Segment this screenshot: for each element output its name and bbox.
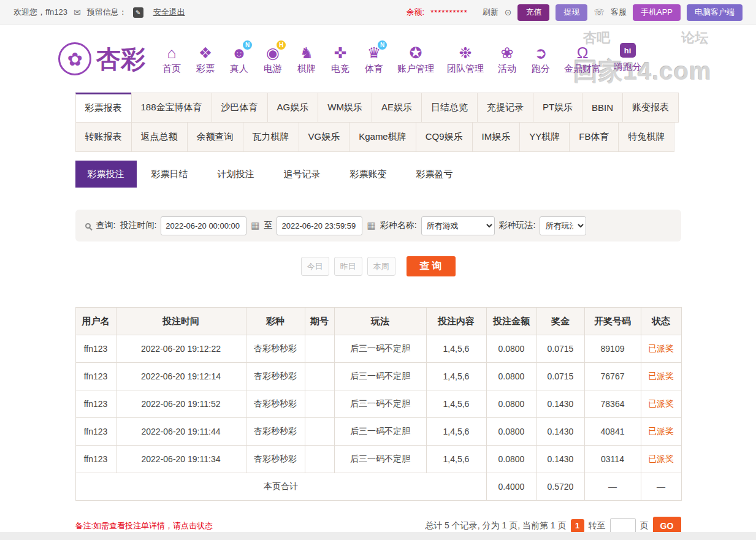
- table-row: ffn123 2022-06-20 19:12:14 杏彩秒秒彩 后三一码不定胆…: [75, 363, 681, 390]
- nav-item-account[interactable]: ✪ 账户管理: [397, 43, 434, 75]
- nav-item-boardgames[interactable]: ♞ 棋牌: [296, 43, 317, 75]
- nav-label: 跑分: [532, 63, 550, 75]
- cell-bet-time: 2022-06-20 19:12:14: [116, 363, 246, 390]
- status-link[interactable]: 已派奖: [641, 335, 681, 363]
- tab-account-change-report[interactable]: 账变报表: [622, 93, 679, 123]
- cell-bet-amount: 0.0800: [486, 363, 536, 390]
- cell-play: 后三一码不定胆: [334, 390, 426, 418]
- team-icon: ❉: [459, 43, 472, 63]
- nav-item-lottery[interactable]: ❖ 彩票: [195, 43, 216, 75]
- subtab-chase-records[interactable]: 追号记录: [269, 161, 335, 188]
- service-link[interactable]: 客服: [611, 7, 627, 18]
- activity-icon: ❀: [501, 43, 514, 63]
- cell-bet-amount: 0.0800: [486, 418, 536, 446]
- filter-bar: 查询: 投注时间: ▦ 至 ▦ 彩种名称: 所有游戏 彩种玩法: 所有玩法: [75, 210, 681, 241]
- page-total-label: 本页合计: [75, 473, 486, 501]
- status-link[interactable]: 已派奖: [641, 363, 681, 390]
- eye-icon[interactable]: ⊙: [505, 7, 512, 17]
- status-link[interactable]: 已派奖: [641, 418, 681, 446]
- tab-ae[interactable]: AE娱乐: [372, 93, 422, 123]
- nav-item-team[interactable]: ❉ 团队管理: [447, 43, 484, 75]
- tab-lottery-report[interactable]: 彩票报表: [75, 93, 132, 123]
- brand-logo[interactable]: ✿ 杏彩: [58, 42, 145, 76]
- lottery-name-select[interactable]: 所有游戏: [421, 216, 495, 235]
- tab-cq9[interactable]: CQ9娱乐: [416, 122, 473, 152]
- nav-item-live[interactable]: N ☻ 真人: [229, 43, 250, 75]
- nav-label: 账户管理: [397, 63, 434, 75]
- search-button[interactable]: 查 询: [407, 256, 456, 276]
- tab-wali[interactable]: 瓦力棋牌: [243, 122, 299, 152]
- new-badge: N: [243, 40, 252, 50]
- refresh-link[interactable]: 刷新: [483, 7, 498, 18]
- tab-rebate-total[interactable]: 返点总额: [131, 122, 188, 152]
- bet-time-from-input[interactable]: [161, 216, 246, 235]
- pc-client-button[interactable]: 电脑客户端: [687, 4, 743, 21]
- tab-wm[interactable]: WM娱乐: [318, 93, 372, 123]
- cell-play: 后三一码不定胆: [334, 335, 426, 363]
- nav-label: 电游: [264, 63, 282, 75]
- page-number-current[interactable]: 1: [571, 519, 584, 533]
- play-type-select[interactable]: 所有玩法: [540, 216, 586, 235]
- page-total-prize: 0.5720: [536, 473, 584, 501]
- tab-ag[interactable]: AG娱乐: [267, 93, 319, 123]
- nav-item-esports[interactable]: ✜ 电竞: [330, 43, 351, 75]
- cell-lottery: 杏彩秒秒彩: [246, 335, 305, 363]
- tab-balance-query[interactable]: 余额查询: [187, 122, 243, 152]
- tab-yy[interactable]: YY棋牌: [519, 122, 570, 152]
- cell-bet-content: 1,4,5,6: [426, 335, 486, 363]
- tab-tetu[interactable]: 特兔棋牌: [618, 122, 674, 152]
- withdraw-button[interactable]: 提现: [556, 4, 587, 21]
- goto-page-input[interactable]: [610, 518, 636, 534]
- nav-item-egames[interactable]: H ◉ 电游: [262, 43, 283, 75]
- nav-item-home[interactable]: ⌂ 首页: [161, 43, 182, 75]
- cell-prize: 0.0715: [536, 335, 584, 363]
- bet-time-label: 投注时间:: [120, 220, 156, 231]
- nav-item-activity[interactable]: ❀ 活动: [497, 43, 517, 75]
- tab-transfer-report[interactable]: 转账报表: [75, 122, 132, 152]
- today-button[interactable]: 今日: [301, 257, 329, 276]
- cell-bet-time: 2022-06-20 19:12:22: [116, 335, 246, 363]
- recharge-button[interactable]: 充值: [517, 4, 549, 21]
- tab-shaba-sports[interactable]: 沙巴体育: [212, 93, 268, 123]
- yesterday-button[interactable]: 昨日: [334, 257, 362, 276]
- cell-username: ffn123: [75, 335, 116, 363]
- envelope-icon[interactable]: ✉: [74, 7, 81, 17]
- subtab-plan-bets[interactable]: 计划投注: [203, 161, 269, 188]
- subtab-lottery-daily[interactable]: 彩票日结: [137, 161, 203, 188]
- subtab-lottery-bets[interactable]: 彩票投注: [75, 161, 137, 188]
- nav-item-hipaofen[interactable]: hi 嗨跑分: [614, 43, 641, 75]
- tab-deposit-records[interactable]: 充提记录: [477, 93, 533, 123]
- tab-bbin[interactable]: BBIN: [582, 93, 623, 123]
- nav-items: ⌂ 首页 ❖ 彩票 N ☻ 真人 H ◉ 电游 ♞ 棋牌 ✜ 电竞 N ♛ 体育: [161, 43, 641, 75]
- tab-im[interactable]: IM娱乐: [472, 122, 521, 152]
- status-link[interactable]: 已派奖: [641, 390, 681, 418]
- tab-fb-sports[interactable]: FB体育: [569, 122, 619, 152]
- cell-lottery: 杏彩秒秒彩: [246, 418, 305, 446]
- lottery-ticket-icon: ❖: [199, 43, 212, 63]
- nav-item-wealth[interactable]: Ω 金鼎财富: [564, 43, 601, 75]
- tab-daily-summary[interactable]: 日结总览: [421, 93, 478, 123]
- goto-label: 转至: [589, 520, 606, 531]
- subtab-lottery-profit[interactable]: 彩票盈亏: [402, 161, 468, 188]
- subtab-lottery-account-change[interactable]: 彩票账变: [335, 161, 402, 188]
- tab-188-sports[interactable]: 188金宝博体育: [131, 93, 212, 123]
- calendar-icon[interactable]: ▦: [251, 220, 259, 231]
- tab-kgame[interactable]: Kgame棋牌: [349, 122, 416, 152]
- status-link[interactable]: 已派奖: [641, 446, 681, 473]
- watermark-text-right: 论坛: [681, 29, 708, 47]
- nav-item-paofen[interactable]: ➲ 跑分: [530, 43, 551, 75]
- quick-buttons: 今日 昨日 本周 查 询: [75, 256, 681, 276]
- tab-pt[interactable]: PT娱乐: [533, 93, 582, 123]
- boardgames-icon: ♞: [300, 43, 313, 63]
- mobile-app-button[interactable]: 手机APP: [633, 4, 681, 21]
- edit-icon[interactable]: ✎: [133, 7, 143, 18]
- nav-item-sports[interactable]: N ♛ 体育: [364, 43, 384, 75]
- nav-label: 彩票: [196, 63, 215, 75]
- paofen-icon: ➲: [535, 43, 548, 63]
- this-week-button[interactable]: 本周: [367, 257, 395, 276]
- calendar-icon[interactable]: ▦: [367, 220, 375, 231]
- logout-link[interactable]: 安全退出: [153, 7, 185, 18]
- tab-vg[interactable]: VG娱乐: [299, 122, 350, 152]
- bet-time-to-input[interactable]: [277, 216, 362, 235]
- cell-bet-amount: 0.0800: [486, 390, 536, 418]
